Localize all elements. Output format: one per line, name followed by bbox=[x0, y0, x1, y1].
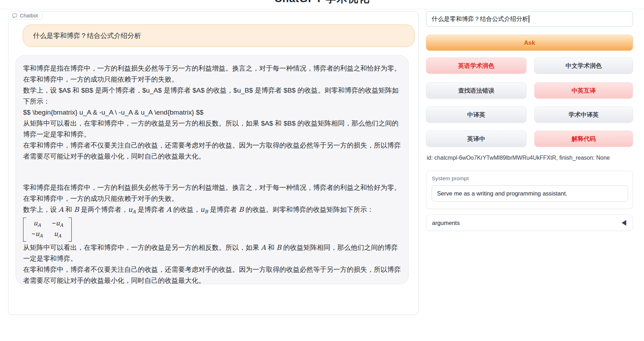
system-prompt-card: System prompt bbox=[426, 171, 633, 209]
accordion-collapsed-arrow-icon bbox=[622, 220, 626, 226]
user-message-bubble: 什么是零和博弈？结合公式介绍分析 bbox=[23, 24, 415, 47]
system-prompt-input[interactable] bbox=[432, 185, 628, 202]
button-zh-to-en[interactable]: 中译英 bbox=[426, 106, 526, 123]
bot-raw-paragraph: 在零和博弈中，博弈者不仅要关注自己的收益，还需要考虑对手的收益。因为一方取得的收… bbox=[23, 140, 402, 162]
chat-icon bbox=[12, 13, 17, 18]
button-find-grammar-errors[interactable]: 查找语法错误 bbox=[426, 82, 526, 99]
matrix-entries: uA−uA−uAuA bbox=[29, 218, 66, 242]
chatbot-label: Chatbot bbox=[9, 12, 43, 20]
response-id-status: id: chatcmpl-6wOo7KrYTwMl89lbrMWRu4UkFFX… bbox=[427, 155, 610, 161]
controls-column: 什么是零和博弈？结合公式介绍分析 Ask 英语学术润色 中文学术润色 查找语法错… bbox=[426, 0, 633, 341]
chatbot-panel: Chatbot 什么是零和博弈？结合公式介绍分析 零和博弈是指在博弈中，一方的利… bbox=[8, 11, 419, 315]
app-canvas: ChatGPT 学术优化 Chatbot 什么是零和博弈？结合公式介绍分析 零和… bbox=[0, 0, 644, 341]
button-en-to-zh[interactable]: 英译中 bbox=[426, 131, 526, 147]
button-explain-code[interactable]: 解释代码 bbox=[534, 131, 633, 147]
matrix-right-bracket bbox=[69, 218, 72, 242]
matrix-formula: uA−uA−uAuA bbox=[23, 217, 402, 242]
button-zh-en-mutual-translate[interactable]: 中英互译 bbox=[534, 82, 633, 99]
bot-raw-paragraph: 数学上，设 $A$ 和 $B$ 是两个博弈者，$u_A$ 是博弈者 $A$ 的收… bbox=[23, 85, 402, 107]
bot-rendered-paragraph: 数学上，设 A 和 B 是两个博弈者，uA 是博弈者 A 的收益，uB 是博弈者… bbox=[23, 204, 402, 217]
system-prompt-label: System prompt bbox=[432, 175, 627, 182]
question-input-value: 什么是零和博弈？结合公式介绍分析 bbox=[432, 15, 528, 23]
bot-raw-latex-line: $$ \begin{bmatrix} u_A & -u_A \ -u_A & u… bbox=[23, 107, 402, 118]
bot-raw-paragraph: 零和博弈是指在博弈中，一方的利益损失必然等于另一方的利益增益。换言之，对于每一种… bbox=[23, 63, 402, 85]
bot-raw-paragraph: 从矩阵中可以看出，在零和博弈中，一方的收益是另一方的相反数。所以，如果 $A$ … bbox=[23, 118, 402, 140]
button-english-academic-polish[interactable]: 英语学术润色 bbox=[426, 57, 526, 74]
button-academic-zh-to-en[interactable]: 学术中译英 bbox=[534, 106, 633, 123]
user-message-text: 什么是零和博弈？结合公式介绍分析 bbox=[33, 31, 141, 40]
question-input[interactable]: 什么是零和博弈？结合公式介绍分析 bbox=[426, 11, 633, 27]
text-caret bbox=[529, 15, 529, 23]
arguments-accordion-label: arguments bbox=[432, 220, 622, 226]
matrix-left-bracket bbox=[23, 218, 26, 242]
chatbot-label-text: Chatbot bbox=[20, 13, 38, 18]
bot-message-bubble: 零和博弈是指在博弈中，一方的利益损失必然等于另一方的利益增益。换言之，对于每一种… bbox=[16, 55, 409, 284]
bot-rendered-paragraph: 零和博弈是指在博弈中，一方的利益损失必然等于另一方的利益增益。换言之，对于每一种… bbox=[23, 182, 402, 204]
arguments-accordion-header[interactable]: arguments bbox=[426, 215, 633, 231]
ask-button[interactable]: Ask bbox=[426, 35, 633, 51]
bot-rendered-paragraph: 在零和博弈中，博弈者不仅要关注自己的收益，还需要考虑对手的收益。因为一方取得的收… bbox=[23, 264, 402, 284]
bot-rendered-paragraph: 从矩阵中可以看出，在零和博弈中，一方的收益是另一方的相反数。所以，如果 A 和 … bbox=[23, 242, 402, 264]
button-chinese-academic-polish[interactable]: 中文学术润色 bbox=[534, 57, 633, 74]
paragraph-gap bbox=[23, 162, 402, 182]
